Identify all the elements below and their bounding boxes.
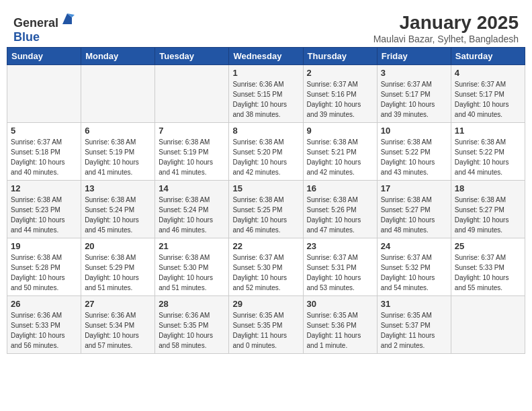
logo-blue: Blue xyxy=(13,30,40,44)
day-number: 20 xyxy=(85,241,151,251)
day-number: 31 xyxy=(381,299,447,309)
day-info: Sunrise: 6:38 AMSunset: 5:20 PMDaylight:… xyxy=(232,137,299,177)
day-cell: 30Sunrise: 6:35 AMSunset: 5:36 PMDayligh… xyxy=(303,296,377,354)
header-saturday: Saturday xyxy=(451,48,525,65)
week-row-2: 5Sunrise: 6:37 AMSunset: 5:18 PMDaylight… xyxy=(7,123,525,181)
calendar-title: January 2025 xyxy=(373,12,519,34)
page-header: General Blue January 2025 Maulavi Bazar,… xyxy=(7,7,525,47)
day-info: Sunrise: 6:37 AMSunset: 5:31 PMDaylight:… xyxy=(307,253,373,293)
day-cell: 21Sunrise: 6:38 AMSunset: 5:30 PMDayligh… xyxy=(155,238,229,296)
logo: General Blue xyxy=(13,12,75,44)
day-number: 4 xyxy=(455,68,521,78)
day-cell: 8Sunrise: 6:38 AMSunset: 5:20 PMDaylight… xyxy=(229,123,303,181)
day-info: Sunrise: 6:38 AMSunset: 5:24 PMDaylight:… xyxy=(159,195,225,235)
day-info: Sunrise: 6:36 AMSunset: 5:35 PMDaylight:… xyxy=(159,310,225,351)
day-info: Sunrise: 6:37 AMSunset: 5:33 PMDaylight:… xyxy=(455,253,521,293)
day-number: 17 xyxy=(381,183,447,193)
day-info: Sunrise: 6:37 AMSunset: 5:32 PMDaylight:… xyxy=(381,253,447,293)
calendar-table: SundayMondayTuesdayWednesdayThursdayFrid… xyxy=(7,47,525,354)
day-cell: 3Sunrise: 6:37 AMSunset: 5:17 PMDaylight… xyxy=(377,65,451,123)
day-number: 24 xyxy=(381,241,447,251)
day-cell: 25Sunrise: 6:37 AMSunset: 5:33 PMDayligh… xyxy=(451,238,525,296)
day-info: Sunrise: 6:38 AMSunset: 5:19 PMDaylight:… xyxy=(159,137,225,177)
day-cell xyxy=(7,65,81,123)
day-number: 1 xyxy=(232,68,299,78)
day-cell xyxy=(155,65,229,123)
day-info: Sunrise: 6:36 AMSunset: 5:15 PMDaylight:… xyxy=(232,79,299,120)
week-row-4: 19Sunrise: 6:38 AMSunset: 5:28 PMDayligh… xyxy=(7,238,525,296)
day-info: Sunrise: 6:38 AMSunset: 5:27 PMDaylight:… xyxy=(455,195,521,235)
day-number: 2 xyxy=(307,68,373,78)
day-info: Sunrise: 6:38 AMSunset: 5:21 PMDaylight:… xyxy=(307,137,373,177)
calendar-header-row: SundayMondayTuesdayWednesdayThursdayFrid… xyxy=(7,48,525,65)
day-number: 29 xyxy=(232,299,299,309)
title-section: January 2025 Maulavi Bazar, Sylhet, Bang… xyxy=(373,12,519,44)
day-cell: 10Sunrise: 6:38 AMSunset: 5:22 PMDayligh… xyxy=(377,123,451,181)
day-number: 28 xyxy=(159,299,225,309)
day-number: 6 xyxy=(85,126,151,136)
day-cell: 23Sunrise: 6:37 AMSunset: 5:31 PMDayligh… xyxy=(303,238,377,296)
day-info: Sunrise: 6:37 AMSunset: 5:30 PMDaylight:… xyxy=(232,253,299,293)
day-number: 22 xyxy=(232,241,299,251)
day-cell: 4Sunrise: 6:37 AMSunset: 5:17 PMDaylight… xyxy=(451,65,525,123)
logo-general: General xyxy=(13,16,58,30)
week-row-5: 26Sunrise: 6:36 AMSunset: 5:33 PMDayligh… xyxy=(7,296,525,354)
day-cell: 16Sunrise: 6:38 AMSunset: 5:26 PMDayligh… xyxy=(303,181,377,238)
day-cell: 31Sunrise: 6:35 AMSunset: 5:37 PMDayligh… xyxy=(377,296,451,354)
day-number: 13 xyxy=(85,183,151,193)
day-number: 18 xyxy=(455,183,521,193)
day-info: Sunrise: 6:37 AMSunset: 5:17 PMDaylight:… xyxy=(381,79,447,120)
week-row-3: 12Sunrise: 6:38 AMSunset: 5:23 PMDayligh… xyxy=(7,181,525,238)
day-number: 8 xyxy=(232,126,299,136)
day-cell: 1Sunrise: 6:36 AMSunset: 5:15 PMDaylight… xyxy=(229,65,303,123)
day-cell: 14Sunrise: 6:38 AMSunset: 5:24 PMDayligh… xyxy=(155,181,229,238)
day-number: 11 xyxy=(455,126,521,136)
header-monday: Monday xyxy=(81,48,155,65)
day-cell: 24Sunrise: 6:37 AMSunset: 5:32 PMDayligh… xyxy=(377,238,451,296)
day-info: Sunrise: 6:38 AMSunset: 5:27 PMDaylight:… xyxy=(381,195,447,235)
day-number: 15 xyxy=(232,183,299,193)
day-number: 23 xyxy=(307,241,373,251)
day-info: Sunrise: 6:38 AMSunset: 5:25 PMDaylight:… xyxy=(232,195,299,235)
day-cell: 17Sunrise: 6:38 AMSunset: 5:27 PMDayligh… xyxy=(377,181,451,238)
day-number: 7 xyxy=(159,126,225,136)
day-info: Sunrise: 6:36 AMSunset: 5:34 PMDaylight:… xyxy=(85,310,151,351)
day-number: 19 xyxy=(11,241,77,251)
header-sunday: Sunday xyxy=(7,48,81,65)
calendar-body: 1Sunrise: 6:36 AMSunset: 5:15 PMDaylight… xyxy=(7,65,525,354)
day-info: Sunrise: 6:38 AMSunset: 5:22 PMDaylight:… xyxy=(455,137,521,177)
day-cell: 27Sunrise: 6:36 AMSunset: 5:34 PMDayligh… xyxy=(81,296,155,354)
day-number: 30 xyxy=(307,299,373,309)
day-cell: 12Sunrise: 6:38 AMSunset: 5:23 PMDayligh… xyxy=(7,181,81,238)
day-cell: 13Sunrise: 6:38 AMSunset: 5:24 PMDayligh… xyxy=(81,181,155,238)
logo-icon xyxy=(60,12,75,27)
day-number: 5 xyxy=(11,126,77,136)
week-row-1: 1Sunrise: 6:36 AMSunset: 5:15 PMDaylight… xyxy=(7,65,525,123)
day-cell: 22Sunrise: 6:37 AMSunset: 5:30 PMDayligh… xyxy=(229,238,303,296)
day-info: Sunrise: 6:38 AMSunset: 5:24 PMDaylight:… xyxy=(85,195,151,235)
day-cell: 7Sunrise: 6:38 AMSunset: 5:19 PMDaylight… xyxy=(155,123,229,181)
day-info: Sunrise: 6:38 AMSunset: 5:26 PMDaylight:… xyxy=(307,195,373,235)
header-thursday: Thursday xyxy=(303,48,377,65)
day-cell: 11Sunrise: 6:38 AMSunset: 5:22 PMDayligh… xyxy=(451,123,525,181)
day-cell: 9Sunrise: 6:38 AMSunset: 5:21 PMDaylight… xyxy=(303,123,377,181)
day-info: Sunrise: 6:38 AMSunset: 5:22 PMDaylight:… xyxy=(381,137,447,177)
day-cell: 15Sunrise: 6:38 AMSunset: 5:25 PMDayligh… xyxy=(229,181,303,238)
header-wednesday: Wednesday xyxy=(229,48,303,65)
day-number: 14 xyxy=(159,183,225,193)
day-info: Sunrise: 6:36 AMSunset: 5:33 PMDaylight:… xyxy=(11,310,77,351)
calendar-subtitle: Maulavi Bazar, Sylhet, Bangladesh xyxy=(373,34,519,44)
day-cell: 18Sunrise: 6:38 AMSunset: 5:27 PMDayligh… xyxy=(451,181,525,238)
day-number: 21 xyxy=(159,241,225,251)
day-number: 27 xyxy=(85,299,151,309)
day-info: Sunrise: 6:37 AMSunset: 5:17 PMDaylight:… xyxy=(455,79,521,120)
day-cell: 29Sunrise: 6:35 AMSunset: 5:35 PMDayligh… xyxy=(229,296,303,354)
day-cell: 6Sunrise: 6:38 AMSunset: 5:19 PMDaylight… xyxy=(81,123,155,181)
day-cell: 19Sunrise: 6:38 AMSunset: 5:28 PMDayligh… xyxy=(7,238,81,296)
day-info: Sunrise: 6:35 AMSunset: 5:36 PMDaylight:… xyxy=(307,310,373,351)
day-cell: 20Sunrise: 6:38 AMSunset: 5:29 PMDayligh… xyxy=(81,238,155,296)
day-number: 12 xyxy=(11,183,77,193)
day-number: 26 xyxy=(11,299,77,309)
day-number: 16 xyxy=(307,183,373,193)
day-number: 9 xyxy=(307,126,373,136)
